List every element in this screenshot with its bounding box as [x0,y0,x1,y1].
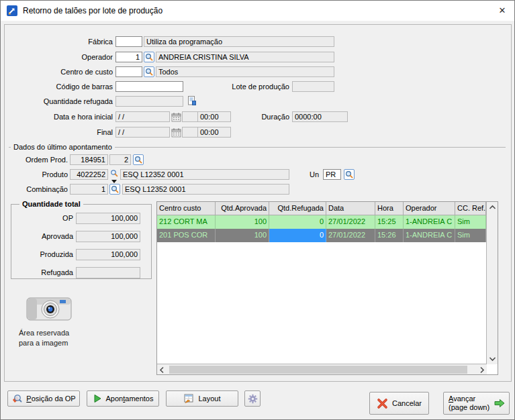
un-label: Un [310,169,322,180]
refugada-total-field [76,267,140,278]
cell-centro-custo[interactable]: 212 CORT MA [157,215,216,229]
produto-label: Produto [4,169,68,180]
table-row[interactable]: 212 CORT MA 100 0 27/01/2022 15:25 1-AND… [157,215,486,229]
avancar-label: Avançar (page down) [449,395,489,412]
image-area-caption: Área reservada para a imagem [19,328,113,348]
layout-button[interactable]: Layout [166,390,238,407]
produto-desc-field: ESQ L12352 0001 [120,169,289,180]
data-hora-inicial-label: Data e hora inicial [5,111,113,122]
column-header-qtd-aprovada[interactable]: Qtd.Aprovada [216,202,269,215]
forward-arrow-icon [494,398,506,409]
cell-operador[interactable]: 1-ANDREIA C [404,229,455,242]
titlebar: Retorno de talões por lote de produção ✕ [1,1,514,21]
lote-producao-field [292,81,334,92]
layout-icon [183,393,194,404]
cell-qtd-refugada-focused[interactable]: 0 [269,229,326,242]
cell-cc-ref[interactable]: Sim [455,215,486,229]
final-label: Final [5,127,113,138]
operador-desc-field: ANDREIA CRISTINA SILVA [156,52,334,62]
scroll-right-icon[interactable] [479,366,485,374]
posicao-da-op-label: Posição da OP [26,395,75,403]
hora-final-extra-field [182,127,198,138]
combinacao-search-icon[interactable] [109,184,120,195]
quantidade-refugada-field [115,96,183,107]
column-header-hora[interactable]: Hora [375,202,404,215]
data-final-field: / / [115,127,170,138]
close-icon[interactable]: ✕ [491,1,513,21]
image-area-caption-line1: Área reservada [19,328,113,338]
horizontal-scrollbar[interactable] [157,364,487,374]
horizontal-scrollbar-thumb[interactable] [169,366,467,374]
op-label: OP [13,213,73,223]
cell-qtd-refugada[interactable]: 0 [269,215,326,229]
column-header-data[interactable]: Data [326,202,375,215]
report-icon[interactable] [187,95,197,106]
scroll-left-icon[interactable] [159,366,165,374]
duracao-label: Duração [189,111,289,122]
op-total-field: 100,000 [76,213,140,224]
settings-button[interactable] [244,390,261,407]
combinacao-field: 1 [70,184,108,195]
codigo-barras-input[interactable] [115,81,183,92]
ordem-seq-field: 2 [109,154,131,165]
scroll-up-icon[interactable] [489,205,496,210]
image-area-caption-line2: para a imagem [19,338,113,348]
column-header-operador[interactable]: Operador [404,202,455,215]
apontamentos-table: Centro custo Qtd.Aprovada Qtd.Refugada D… [156,201,498,375]
table-row-selected[interactable]: 201 POS COR 100 0 27/01/2022 15:26 1-AND… [157,229,486,242]
layout-label: Layout [198,395,220,403]
play-icon [93,394,102,403]
operador-label: Operador [5,52,113,62]
cell-qtd-aprovada[interactable]: 100 [216,215,269,229]
apontamentos-button[interactable]: Apontamentos [87,390,159,407]
un-search-icon[interactable] [344,169,355,180]
calendar-icon[interactable] [171,127,181,138]
chevron-down-icon[interactable] [111,180,117,183]
operador-search-icon[interactable] [144,52,154,62]
cell-data[interactable]: 27/01/2022 [326,215,375,229]
posicao-da-op-button[interactable]: Posição da OP [7,390,80,407]
centro-custo-search-icon[interactable] [144,66,154,77]
quantidade-refugada-label: Quantidade refugada [5,96,113,107]
window-title: Retorno de talões por lote de produção [23,6,162,15]
avancar-button[interactable]: Avançar (page down) [443,392,510,415]
refugada-label: Refugada [13,267,73,278]
column-header-cc-ref[interactable]: CC. Ref. [455,202,486,215]
un-input[interactable]: PR [323,169,341,180]
centro-custo-input[interactable] [115,66,142,77]
ordem-prod-field: 184951 [70,154,108,165]
cell-data[interactable]: 27/01/2022 [326,229,375,242]
cell-hora[interactable]: 15:26 [375,229,404,242]
aprovada-label: Aprovada [13,231,73,242]
combinacao-desc-field: ESQ L12352 0001 [122,184,289,195]
fabrica-input[interactable] [115,36,142,47]
codigo-barras-label: Código de barras [5,81,113,92]
cell-centro-custo[interactable]: 201 POS COR [157,229,216,242]
column-header-qtd-refugada[interactable]: Qtd.Refugada [269,202,326,215]
scroll-down-icon[interactable] [489,356,496,362]
ordem-search-icon[interactable] [133,154,144,165]
vertical-scrollbar[interactable] [486,202,498,364]
lote-producao-label: Lote de produção [189,81,289,92]
gear-icon [248,394,258,404]
centro-custo-label: Centro de custo [5,66,113,77]
operador-input[interactable]: 1 [115,52,142,62]
cell-hora[interactable]: 15:25 [375,215,404,229]
quantidade-total-title: Quantidade total [19,199,83,209]
op-position-icon [11,393,22,404]
combinacao-label: Combinação [4,184,68,195]
app-icon [7,5,17,16]
apontamentos-label: Apontamentos [106,395,154,403]
data-inicial-field: / / [115,111,170,122]
produto-search-icon[interactable] [109,168,119,178]
column-header-centro-custo[interactable]: Centro custo [157,202,216,215]
fabrica-desc-field: Utiliza da programação [144,36,334,47]
hora-final-field: 00:00 [197,127,231,138]
camera-icon [25,292,73,324]
produzida-label: Produzida [13,249,73,260]
cell-operador[interactable]: 1-ANDREIA C [404,215,455,229]
cell-cc-ref[interactable]: Sim [455,229,486,242]
calendar-icon[interactable] [171,111,181,122]
cancelar-button[interactable]: Cancelar [369,392,429,415]
cell-qtd-aprovada[interactable]: 100 [216,229,269,242]
